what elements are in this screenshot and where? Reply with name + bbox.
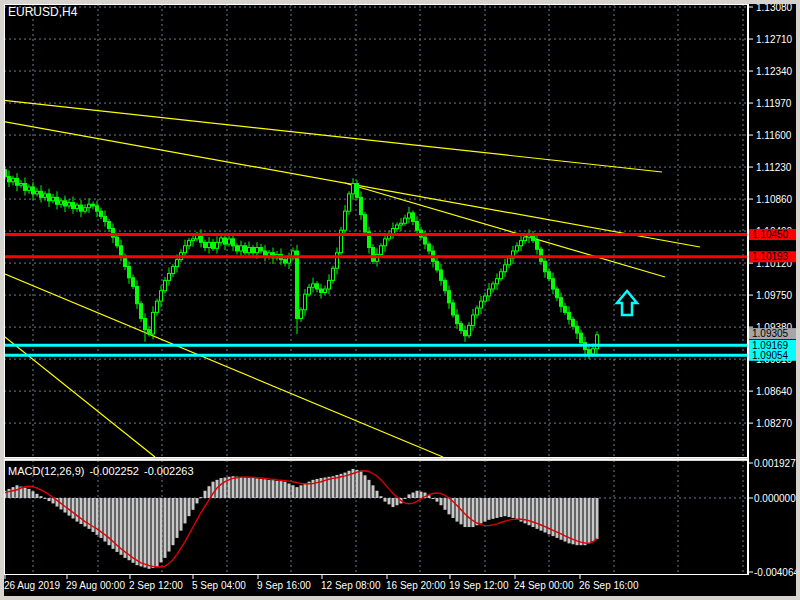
macd-histogram-bar [288, 483, 291, 498]
macd-histogram-bar [256, 478, 259, 498]
macd-histogram-bar [76, 498, 79, 522]
macd-histogram-bar [376, 491, 379, 498]
macd-histogram-bar [304, 483, 307, 498]
time-axis-label: 2 Sep 12:00 [129, 580, 183, 591]
macd-value: -0.002252 [89, 465, 139, 477]
macd-histogram-bar [444, 498, 447, 510]
grid-lines [4, 4, 748, 574]
macd-pane[interactable] [4, 469, 748, 569]
price-axis-label: 1.12710 [756, 34, 793, 45]
macd-histogram-bar [512, 498, 515, 518]
macd-histogram-bar [576, 498, 579, 545]
price-axis-label: 1.11970 [756, 98, 792, 109]
macd-histogram-bar [200, 497, 203, 498]
macd-histogram-bar [160, 498, 163, 562]
macd-histogram-bar [72, 498, 75, 519]
macd-histogram-bar [596, 498, 599, 539]
macd-histogram-bar [580, 498, 583, 545]
price-axis-label: 1.08640 [756, 386, 793, 397]
time-axis-label: 19 Sep 12:00 [449, 580, 509, 591]
price-axis-label: 1.08270 [756, 418, 793, 429]
macd-histogram-bar [488, 498, 491, 520]
macd-histogram-bar [16, 485, 19, 498]
macd-histogram-bar [128, 498, 131, 560]
macd-histogram-bar [124, 498, 127, 558]
macd-histogram-bar [120, 498, 123, 555]
macd-histogram-bar [176, 498, 179, 538]
macd-histogram-bar [368, 480, 371, 498]
macd-histogram-bar [48, 498, 51, 501]
macd-histogram-bar [184, 498, 187, 523]
macd-histogram-bar [152, 498, 155, 568]
macd-histogram-bar [156, 498, 159, 567]
macd-axis-label: 0.001927 [754, 458, 796, 469]
macd-histogram-bar [172, 498, 175, 545]
macd-histogram-bar [252, 478, 255, 498]
macd-histogram-bar [436, 498, 439, 502]
macd-histogram-bar [404, 498, 407, 499]
chart-window: 1.130801.127101.123401.119701.116001.112… [0, 0, 800, 600]
macd-histogram-bar [260, 479, 263, 498]
macd-histogram-bar [196, 498, 199, 503]
pane-frames [4, 4, 749, 575]
macd-histogram-bar [476, 498, 479, 525]
macd-histogram-bar [396, 498, 399, 505]
macd-histogram-bar [40, 496, 43, 498]
macd-histogram-bar [240, 477, 243, 498]
time-axis-label: 26 Aug 2019 [4, 580, 61, 591]
time-axis[interactable]: 26 Aug 201929 Aug 00:002 Sep 12:005 Sep … [4, 575, 639, 591]
macd-histogram-bar [380, 496, 383, 498]
macd-histogram-bar [448, 498, 451, 514]
macd-histogram-bar [44, 498, 47, 499]
macd-signal-value: -0.002263 [144, 465, 194, 477]
price-axis[interactable]: 1.130801.127101.123401.119701.116001.112… [748, 4, 796, 577]
macd-name: MACD(12,26,9) [8, 465, 84, 477]
time-axis-label: 16 Sep 20:00 [386, 580, 446, 591]
macd-histogram-bar [292, 485, 295, 498]
macd-histogram-bar [420, 492, 423, 498]
macd-histogram-bar [68, 498, 71, 516]
macd-histogram-bar [584, 498, 587, 545]
macd-histogram-bar [24, 488, 27, 498]
macd-histogram-bar [208, 486, 211, 498]
macd-histogram-bar [248, 478, 251, 498]
macd-histogram-bar [168, 498, 171, 552]
macd-histogram-bar [468, 498, 471, 527]
macd-histogram-bar [392, 498, 395, 507]
price-badge-label: 1.09305 [752, 328, 789, 339]
macd-histogram-bar [484, 498, 487, 522]
macd-histogram-bar [356, 470, 359, 498]
trendline [4, 100, 662, 172]
macd-histogram-bar [192, 498, 195, 510]
macd-histogram-bar [264, 479, 267, 498]
macd-histogram-bar [164, 498, 167, 558]
macd-axis-label: 0.000000 [754, 493, 796, 504]
macd-histogram-bar [28, 489, 31, 498]
macd-histogram-bar [472, 498, 475, 527]
time-axis-label: 9 Sep 16:00 [257, 580, 311, 591]
price-badge-label: 1.09054 [752, 350, 789, 361]
price-axis-label: 1.10860 [756, 194, 793, 205]
macd-histogram-bar [504, 498, 507, 516]
macd-histogram-bar [32, 491, 35, 498]
macd-histogram-bar [8, 489, 11, 498]
macd-histogram-bar [276, 481, 279, 498]
price-axis-label: 1.11230 [756, 162, 792, 173]
chart-canvas[interactable]: 1.130801.127101.123401.119701.116001.112… [4, 4, 796, 596]
price-axis-label: 1.11600 [756, 130, 792, 141]
macd-histogram-bar [508, 498, 511, 517]
price-badge-label: 1.10450 [752, 229, 789, 240]
macd-histogram-bar [388, 498, 391, 504]
macd-histogram-bar [136, 498, 139, 565]
macd-histogram-bar [36, 494, 39, 498]
macd-histogram-bar [244, 477, 247, 498]
price-badge-label: 1.10193 [752, 251, 789, 262]
macd-histogram-bar [408, 494, 411, 498]
time-axis-label: 29 Aug 00:00 [66, 580, 125, 591]
price-axis-label: 1.09750 [756, 290, 793, 301]
macd-histogram-bar [412, 493, 415, 498]
macd-histogram-bar [280, 481, 283, 498]
macd-histogram-bar [148, 498, 151, 569]
macd-histogram-bar [132, 498, 135, 563]
trendlines[interactable] [4, 100, 700, 457]
